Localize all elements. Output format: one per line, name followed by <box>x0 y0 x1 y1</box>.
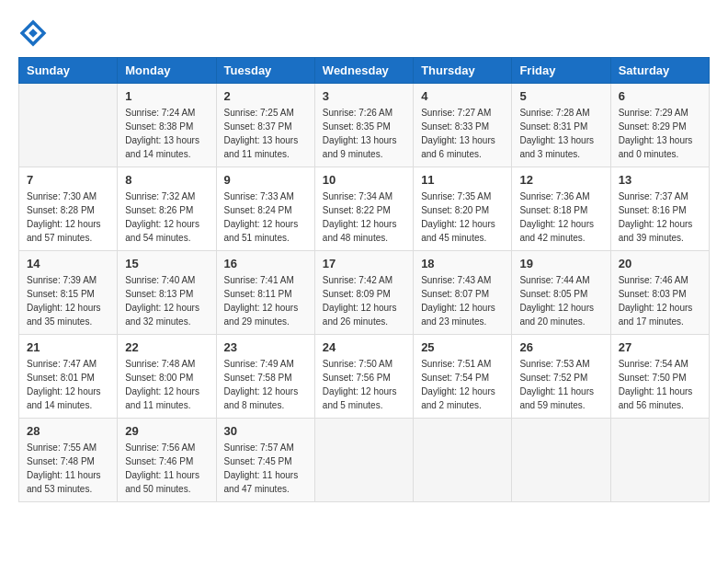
calendar-cell: 19Sunrise: 7:44 AM Sunset: 8:05 PM Dayli… <box>512 251 610 335</box>
calendar-cell: 16Sunrise: 7:41 AM Sunset: 8:11 PM Dayli… <box>216 251 314 335</box>
day-info: Sunrise: 7:51 AM Sunset: 7:54 PM Dayligh… <box>421 357 504 412</box>
day-info: Sunrise: 7:29 AM Sunset: 8:29 PM Dayligh… <box>619 106 701 161</box>
day-info: Sunrise: 7:34 AM Sunset: 8:22 PM Dayligh… <box>323 190 405 245</box>
day-number: 9 <box>224 173 307 187</box>
day-info: Sunrise: 7:25 AM Sunset: 8:37 PM Dayligh… <box>224 106 307 161</box>
day-info: Sunrise: 7:30 AM Sunset: 8:28 PM Dayligh… <box>27 190 109 245</box>
day-info: Sunrise: 7:24 AM Sunset: 8:38 PM Dayligh… <box>125 106 208 161</box>
calendar-cell: 4Sunrise: 7:27 AM Sunset: 8:33 PM Daylig… <box>414 84 512 167</box>
day-number: 12 <box>519 173 602 187</box>
day-info: Sunrise: 7:56 AM Sunset: 7:46 PM Dayligh… <box>125 441 208 496</box>
day-number: 2 <box>224 89 307 103</box>
header-wednesday: Wednesday <box>314 58 413 84</box>
day-info: Sunrise: 7:26 AM Sunset: 8:35 PM Dayligh… <box>323 106 405 161</box>
calendar-cell: 8Sunrise: 7:32 AM Sunset: 8:26 PM Daylig… <box>118 167 216 251</box>
calendar-cell <box>19 84 118 167</box>
calendar-cell: 26Sunrise: 7:53 AM Sunset: 7:52 PM Dayli… <box>512 335 610 419</box>
calendar-week-row: 21Sunrise: 7:47 AM Sunset: 8:01 PM Dayli… <box>19 335 710 419</box>
calendar-cell: 2Sunrise: 7:25 AM Sunset: 8:37 PM Daylig… <box>216 84 314 167</box>
calendar-header-row: SundayMondayTuesdayWednesdayThursdayFrid… <box>19 58 710 84</box>
day-number: 18 <box>421 257 504 270</box>
calendar-cell: 7Sunrise: 7:30 AM Sunset: 8:28 PM Daylig… <box>19 167 118 251</box>
calendar-cell: 29Sunrise: 7:56 AM Sunset: 7:46 PM Dayli… <box>118 419 216 502</box>
day-number: 11 <box>421 173 504 187</box>
calendar-cell: 17Sunrise: 7:42 AM Sunset: 8:09 PM Dayli… <box>314 251 413 335</box>
calendar-cell: 27Sunrise: 7:54 AM Sunset: 7:50 PM Dayli… <box>610 335 709 419</box>
day-info: Sunrise: 7:42 AM Sunset: 8:09 PM Dayligh… <box>323 273 405 328</box>
day-info: Sunrise: 7:44 AM Sunset: 8:05 PM Dayligh… <box>519 273 602 328</box>
calendar-cell: 28Sunrise: 7:55 AM Sunset: 7:48 PM Dayli… <box>19 419 118 502</box>
calendar-week-row: 28Sunrise: 7:55 AM Sunset: 7:48 PM Dayli… <box>19 419 710 502</box>
day-info: Sunrise: 7:33 AM Sunset: 8:24 PM Dayligh… <box>224 190 307 245</box>
day-number: 23 <box>224 340 307 354</box>
day-number: 4 <box>421 89 504 103</box>
calendar-cell: 12Sunrise: 7:36 AM Sunset: 8:18 PM Dayli… <box>512 167 610 251</box>
day-info: Sunrise: 7:57 AM Sunset: 7:45 PM Dayligh… <box>224 441 307 496</box>
day-info: Sunrise: 7:43 AM Sunset: 8:07 PM Dayligh… <box>421 273 504 328</box>
day-info: Sunrise: 7:53 AM Sunset: 7:52 PM Dayligh… <box>519 357 602 412</box>
calendar-cell: 21Sunrise: 7:47 AM Sunset: 8:01 PM Dayli… <box>19 335 118 419</box>
calendar-cell: 20Sunrise: 7:46 AM Sunset: 8:03 PM Dayli… <box>610 251 709 335</box>
calendar-cell: 25Sunrise: 7:51 AM Sunset: 7:54 PM Dayli… <box>414 335 512 419</box>
calendar-week-row: 7Sunrise: 7:30 AM Sunset: 8:28 PM Daylig… <box>19 167 710 251</box>
day-number: 7 <box>27 173 109 187</box>
day-info: Sunrise: 7:48 AM Sunset: 8:00 PM Dayligh… <box>125 357 208 412</box>
calendar-cell: 13Sunrise: 7:37 AM Sunset: 8:16 PM Dayli… <box>610 167 709 251</box>
calendar-cell: 1Sunrise: 7:24 AM Sunset: 8:38 PM Daylig… <box>118 84 216 167</box>
calendar-cell: 23Sunrise: 7:49 AM Sunset: 7:58 PM Dayli… <box>216 335 314 419</box>
day-info: Sunrise: 7:32 AM Sunset: 8:26 PM Dayligh… <box>125 190 208 245</box>
calendar-cell: 3Sunrise: 7:26 AM Sunset: 8:35 PM Daylig… <box>314 84 413 167</box>
day-info: Sunrise: 7:49 AM Sunset: 7:58 PM Dayligh… <box>224 357 307 412</box>
calendar-cell: 9Sunrise: 7:33 AM Sunset: 8:24 PM Daylig… <box>216 167 314 251</box>
logo <box>18 18 51 48</box>
day-number: 28 <box>27 424 109 438</box>
day-info: Sunrise: 7:35 AM Sunset: 8:20 PM Dayligh… <box>421 190 504 245</box>
day-info: Sunrise: 7:28 AM Sunset: 8:31 PM Dayligh… <box>519 106 602 161</box>
day-number: 25 <box>421 340 504 354</box>
day-info: Sunrise: 7:27 AM Sunset: 8:33 PM Dayligh… <box>421 106 504 161</box>
day-number: 1 <box>125 89 208 103</box>
day-number: 20 <box>619 257 701 270</box>
day-number: 3 <box>323 89 405 103</box>
calendar-cell: 22Sunrise: 7:48 AM Sunset: 8:00 PM Dayli… <box>118 335 216 419</box>
day-number: 13 <box>619 173 701 187</box>
calendar-cell: 5Sunrise: 7:28 AM Sunset: 8:31 PM Daylig… <box>512 84 610 167</box>
day-number: 8 <box>125 173 208 187</box>
day-info: Sunrise: 7:54 AM Sunset: 7:50 PM Dayligh… <box>619 357 701 412</box>
calendar-cell: 14Sunrise: 7:39 AM Sunset: 8:15 PM Dayli… <box>19 251 118 335</box>
day-info: Sunrise: 7:50 AM Sunset: 7:56 PM Dayligh… <box>323 357 405 412</box>
day-number: 26 <box>519 340 602 354</box>
calendar-cell <box>610 419 709 502</box>
calendar-cell <box>414 419 512 502</box>
day-number: 15 <box>125 257 208 270</box>
calendar-cell: 10Sunrise: 7:34 AM Sunset: 8:22 PM Dayli… <box>314 167 413 251</box>
day-number: 5 <box>519 89 602 103</box>
header-thursday: Thursday <box>414 58 512 84</box>
header-sunday: Sunday <box>19 58 118 84</box>
day-number: 16 <box>224 257 307 270</box>
calendar-cell: 15Sunrise: 7:40 AM Sunset: 8:13 PM Dayli… <box>118 251 216 335</box>
header-friday: Friday <box>512 58 610 84</box>
day-info: Sunrise: 7:41 AM Sunset: 8:11 PM Dayligh… <box>224 273 307 328</box>
day-number: 29 <box>125 424 208 438</box>
calendar-cell: 24Sunrise: 7:50 AM Sunset: 7:56 PM Dayli… <box>314 335 413 419</box>
calendar-cell: 18Sunrise: 7:43 AM Sunset: 8:07 PM Dayli… <box>414 251 512 335</box>
calendar-cell <box>314 419 413 502</box>
day-number: 30 <box>224 424 307 438</box>
day-info: Sunrise: 7:36 AM Sunset: 8:18 PM Dayligh… <box>519 190 602 245</box>
day-info: Sunrise: 7:39 AM Sunset: 8:15 PM Dayligh… <box>27 273 109 328</box>
day-number: 27 <box>619 340 701 354</box>
day-number: 14 <box>27 257 109 270</box>
header-saturday: Saturday <box>610 58 709 84</box>
page-header <box>18 18 710 48</box>
calendar-week-row: 1Sunrise: 7:24 AM Sunset: 8:38 PM Daylig… <box>19 84 710 167</box>
calendar-cell: 11Sunrise: 7:35 AM Sunset: 8:20 PM Dayli… <box>414 167 512 251</box>
day-number: 24 <box>323 340 405 354</box>
calendar-cell <box>512 419 610 502</box>
day-info: Sunrise: 7:37 AM Sunset: 8:16 PM Dayligh… <box>619 190 701 245</box>
logo-icon <box>18 18 48 48</box>
calendar-table: SundayMondayTuesdayWednesdayThursdayFrid… <box>18 57 710 502</box>
day-info: Sunrise: 7:47 AM Sunset: 8:01 PM Dayligh… <box>27 357 109 412</box>
day-info: Sunrise: 7:46 AM Sunset: 8:03 PM Dayligh… <box>619 273 701 328</box>
calendar-cell: 6Sunrise: 7:29 AM Sunset: 8:29 PM Daylig… <box>610 84 709 167</box>
